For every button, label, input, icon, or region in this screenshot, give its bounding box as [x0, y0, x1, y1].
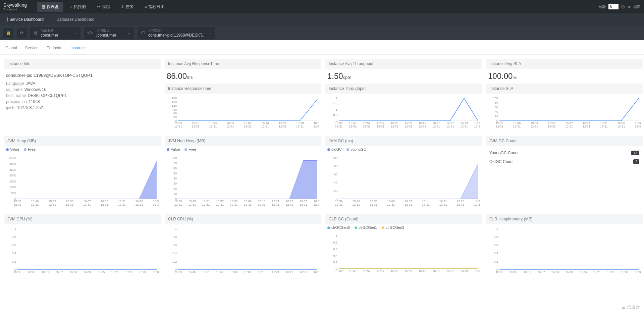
svg-text:60: 60: [173, 112, 177, 115]
svg-text:20: 20: [495, 115, 498, 118]
svg-text:15:45: 15:45: [509, 270, 517, 274]
info-key: ipv4s: [6, 105, 15, 110]
svg-text:12-31: 12-31: [495, 125, 503, 128]
svg-text:2: 2: [336, 97, 337, 100]
svg-text:15:46: 15:46: [513, 121, 521, 125]
svg-text:16:00: 16:00: [548, 121, 555, 125]
svg-text:16:33: 16:33: [621, 270, 629, 274]
svg-text:10: 10: [173, 192, 177, 196]
svg-text:16:07: 16:07: [405, 200, 412, 203]
legend-dot-icon: [355, 226, 357, 229]
svg-text:15:45: 15:45: [349, 269, 357, 273]
svg-text:0.2: 0.2: [172, 260, 177, 263]
nav-item-3[interactable]: ⚠告警: [116, 2, 139, 12]
svg-text:12-31: 12-31: [600, 125, 608, 128]
card-avg-responsetime: Instance Avg ResponseTime 86.00ms Instan…: [165, 59, 321, 132]
svg-text:12-31: 12-31: [244, 203, 252, 206]
chevron-down-icon: ⌄: [127, 31, 131, 35]
svg-text:16:09: 16:09: [565, 270, 573, 274]
chart-clr-cpu: 00.20.40.60.8115:3915:4515:5115:5716:031…: [165, 224, 321, 281]
svg-text:15:39: 15:39: [496, 270, 503, 274]
svg-text:12-31: 12-31: [349, 125, 357, 128]
nav-item-4[interactable]: ≡指标对比: [140, 2, 169, 12]
endpoint-selector[interactable]: </> 当前端点 /comsumer ⌄: [84, 27, 134, 39]
chevron-down-icon: ⌄: [209, 31, 212, 35]
svg-text:15:39: 15:39: [335, 200, 343, 203]
svg-text:12-31: 12-31: [313, 125, 319, 128]
nav-item-0[interactable]: ▦仪表盘: [37, 2, 63, 12]
svg-text:90: 90: [173, 108, 177, 111]
svg-text:16:09: 16:09: [244, 270, 252, 274]
legend-dot-icon: [24, 148, 26, 151]
svg-text:80: 80: [495, 101, 498, 104]
instance-selector[interactable]: 🖵 当前实例 consumer-pid:11968@DESKT... ⌄: [138, 27, 215, 39]
svg-text:16:27: 16:27: [286, 270, 293, 274]
legend-dot-icon: [327, 148, 330, 151]
card-jvm-gc-count: JVM GC Count YoungGC Count 13 OldGC Coun…: [486, 136, 643, 210]
chart-instance-sla: 02040608010015:3912-3115:4612-3115:5312-…: [486, 94, 643, 132]
svg-text:16:27: 16:27: [607, 270, 615, 274]
tab-service[interactable]: Service: [24, 44, 39, 54]
reload-button[interactable]: ⟳: [17, 28, 27, 38]
nav-item-2[interactable]: ⊶追踪: [92, 2, 115, 12]
legend-item: oldGC: [327, 147, 342, 151]
nav-item-1[interactable]: ◇拓扑图: [65, 2, 91, 12]
svg-text:12-31: 12-31: [258, 203, 265, 206]
svg-text:12-31: 12-31: [118, 203, 126, 206]
lock-button[interactable]: 🔒: [3, 28, 13, 38]
svg-text:500: 500: [11, 192, 16, 195]
svg-text:16:14: 16:14: [422, 200, 430, 203]
tab-global[interactable]: Global: [5, 44, 18, 54]
svg-text:30: 30: [173, 115, 177, 119]
card-title: CLR CPU (%): [165, 214, 321, 224]
brand: Skywalking Rocketbot: [3, 2, 27, 11]
legend-item: youngGC: [346, 147, 366, 151]
svg-text:15:39: 15:39: [335, 121, 343, 125]
svg-text:12-31: 12-31: [377, 125, 384, 128]
svg-text:12-31: 12-31: [216, 203, 224, 206]
nav-label: 拓扑图: [74, 4, 86, 10]
tab-instance[interactable]: Instance: [70, 44, 86, 54]
card-jvm-nonheap: JVM Non-Heap (MB) ValueFree 010203040506…: [165, 136, 321, 210]
young-gc-value: 13: [631, 151, 639, 155]
svg-text:15:45: 15:45: [188, 270, 196, 274]
tab-endpoint[interactable]: Endpoint: [46, 44, 63, 54]
svg-text:12-31: 12-31: [153, 203, 159, 206]
svg-text:40: 40: [173, 177, 177, 180]
subnav-item-0[interactable]: Service Dashboard: [3, 16, 47, 23]
svg-text:3000: 3000: [9, 162, 16, 165]
svg-text:15:53: 15:53: [209, 121, 217, 125]
svg-text:16:21: 16:21: [272, 270, 279, 274]
nav-icon: ◇: [69, 4, 72, 9]
svg-text:0.2: 0.2: [333, 261, 337, 264]
svg-text:12-31: 12-31: [31, 203, 39, 206]
svg-text:15:51: 15:51: [42, 270, 49, 274]
svg-text:150: 150: [172, 100, 177, 104]
info-key: process_no: [6, 99, 27, 104]
svg-text:12-31: 12-31: [387, 203, 395, 206]
legend-dot-icon: [382, 226, 384, 229]
svg-text:12-31: 12-31: [370, 203, 377, 206]
chart-jvm-cpu: 00.20.40.60.8115:3915:4515:5115:5716:031…: [4, 224, 161, 281]
svg-text:15:53: 15:53: [370, 200, 377, 203]
svg-text:12-31: 12-31: [48, 203, 56, 206]
subnav-item-1[interactable]: Database Dashboard: [53, 16, 98, 23]
nav-label: 仪表盘: [47, 4, 59, 10]
svg-text:15:51: 15:51: [363, 269, 371, 273]
service-selector[interactable]: ▤ 当前服务 consumer ⌄: [30, 27, 80, 39]
refresh-icon[interactable]: ⟳: [628, 5, 631, 9]
svg-text:16:14: 16:14: [101, 200, 108, 203]
svg-text:60: 60: [173, 167, 177, 170]
svg-text:12-31: 12-31: [335, 203, 342, 206]
svg-text:16:14: 16:14: [583, 121, 590, 125]
svg-text:16:15: 16:15: [258, 200, 266, 203]
svg-text:16:33: 16:33: [460, 121, 468, 125]
svg-text:1.5: 1.5: [333, 102, 337, 106]
svg-text:16:39: 16:39: [314, 200, 319, 203]
svg-text:12-31: 12-31: [418, 125, 426, 128]
refresh-label[interactable]: 刷新: [633, 4, 641, 9]
svg-text:1: 1: [496, 227, 498, 230]
nav-label: 追踪: [102, 4, 110, 10]
refresh-interval-input[interactable]: [608, 4, 619, 9]
svg-text:12-31: 12-31: [13, 203, 21, 206]
